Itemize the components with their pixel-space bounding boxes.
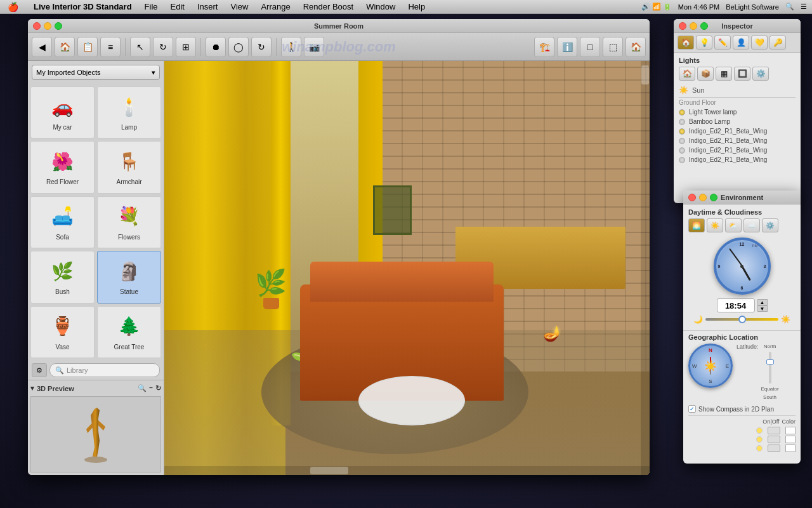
- rotate-tool[interactable]: ↻: [153, 37, 173, 57]
- light-item-3[interactable]: Indigo_Ed2_R1_Beta_Wing: [679, 136, 796, 145]
- light-item-0[interactable]: Light Tower lamp: [679, 107, 796, 117]
- light-type-btn-3[interactable]: ▦: [716, 67, 732, 81]
- object-item-red-flower[interactable]: 🌺 Red Flower: [30, 141, 95, 193]
- light-toggle-1[interactable]: [768, 427, 780, 434]
- light-type-btn-5[interactable]: ⚙️: [752, 67, 769, 81]
- show-compass-checkbox[interactable]: ✓: [688, 405, 696, 413]
- wall-frame: [373, 185, 412, 235]
- info-btn[interactable]: ℹ️: [557, 37, 577, 57]
- compass[interactable]: N S E W ☀️: [688, 344, 733, 388]
- light-item-2[interactable]: Indigo_Ed2_R1_Beta_Wing: [679, 126, 796, 136]
- maximize-button[interactable]: [55, 22, 62, 30]
- inspector-close-button[interactable]: [679, 22, 686, 30]
- zoom-out-icon[interactable]: −: [149, 384, 153, 392]
- preview-header[interactable]: ▾ 3D Preview 🔍 − ↻: [30, 383, 161, 394]
- time-increment-button[interactable]: ▲: [757, 299, 768, 305]
- snap-tool[interactable]: ⊞: [176, 37, 196, 57]
- env-close-button[interactable]: [688, 194, 696, 201]
- env-btn-cloud[interactable]: ⛅: [725, 218, 742, 232]
- env-minimize-button[interactable]: [699, 194, 707, 201]
- inspector-btn-2[interactable]: 💡: [696, 36, 712, 50]
- light-item-1[interactable]: Bamboo Lamp: [679, 117, 796, 126]
- light-toggle-2[interactable]: [768, 436, 780, 443]
- inspector-btn-4[interactable]: 👤: [733, 36, 749, 50]
- light-item-4[interactable]: Indigo_Ed2_R1_Beta_Wing: [679, 145, 796, 155]
- render-boost-menu[interactable]: Render Boost: [301, 2, 357, 11]
- edit-menu[interactable]: Edit: [168, 2, 187, 11]
- search-field[interactable]: 🔍 Library: [49, 363, 160, 377]
- select-tool[interactable]: ↖: [130, 37, 150, 57]
- light-color-swatch-1[interactable]: [785, 427, 796, 434]
- brightness-slider-track[interactable]: [705, 318, 778, 321]
- house-btn[interactable]: 🏠: [625, 37, 646, 57]
- light-type-btn-4[interactable]: 🔲: [734, 67, 750, 81]
- light-color-swatch-3[interactable]: [785, 444, 796, 452]
- scrollbar-thumb[interactable]: [641, 65, 649, 84]
- zoom-in-icon[interactable]: 🔍: [138, 384, 147, 392]
- view-menu[interactable]: View: [228, 2, 251, 11]
- objects-dropdown[interactable]: My Imported Objects ▾: [32, 65, 160, 80]
- light-item-5[interactable]: Indigo_Ed2_R1_Beta_Wing: [679, 155, 796, 164]
- hscrollbar-thumb[interactable]: [310, 467, 348, 474]
- object-item-bush[interactable]: 🌿 Bush: [30, 251, 95, 303]
- object-item-lamp[interactable]: 🕯️ Lamp: [97, 86, 161, 138]
- help-menu[interactable]: Help: [405, 2, 428, 11]
- minimize-button[interactable]: [44, 22, 51, 30]
- rotate-btn[interactable]: ↻: [251, 37, 272, 57]
- camera-btn[interactable]: 📷: [304, 37, 324, 57]
- inspector-btn-5[interactable]: 💛: [751, 36, 768, 50]
- viewport-scrollbar[interactable]: [641, 61, 650, 475]
- viewport-hscrollbar[interactable]: [164, 466, 650, 475]
- person-btn[interactable]: 🚶: [281, 37, 301, 57]
- object-item-my-car[interactable]: 🚗 My car: [30, 86, 95, 138]
- room-view-btn[interactable]: 🏠: [55, 37, 75, 57]
- object-thumb-my-car: 🚗: [44, 91, 82, 123]
- apple-menu[interactable]: 🍎: [5, 2, 21, 12]
- inspector-minimize-button[interactable]: [690, 22, 697, 30]
- inspector-btn-1[interactable]: 🏠: [678, 36, 694, 50]
- view-3d-btn[interactable]: ⬚: [603, 37, 623, 57]
- arrange-menu[interactable]: Arrange: [258, 2, 292, 11]
- time-decrement-button[interactable]: ▼: [757, 305, 768, 312]
- latitude-thumb[interactable]: [766, 359, 774, 364]
- object-item-flowers[interactable]: 💐 Flowers: [97, 196, 161, 248]
- geographic-label: Geographic Location: [688, 333, 796, 341]
- light-color-swatch-2[interactable]: [785, 436, 796, 443]
- object-item-sofa[interactable]: 🛋️ Sofa: [30, 196, 95, 248]
- settings-button[interactable]: ⚙: [32, 363, 47, 377]
- light-toggle-3[interactable]: [768, 444, 780, 452]
- env-btn-day[interactable]: ☀️: [707, 218, 723, 232]
- window-menu[interactable]: Window: [363, 2, 398, 11]
- back-button[interactable]: ◀: [32, 37, 52, 57]
- env-btn-settings[interactable]: ⚙️: [762, 218, 778, 232]
- floor-view-btn[interactable]: 📋: [77, 37, 98, 57]
- env-btn-clouds[interactable]: ☁️: [743, 218, 760, 232]
- env-maximize-button[interactable]: [710, 194, 717, 201]
- light-type-btn-1[interactable]: 🏠: [679, 67, 695, 81]
- record-btn[interactable]: ⏺: [206, 37, 226, 57]
- latitude-track[interactable]: [769, 352, 771, 384]
- 3d-toolbar-btn[interactable]: 🏗️: [534, 37, 554, 57]
- view-2d-btn[interactable]: □: [580, 37, 600, 57]
- inspector-maximize-button[interactable]: [700, 22, 708, 30]
- close-button[interactable]: [33, 22, 41, 30]
- object-item-armchair[interactable]: 🪑 Armchair: [97, 141, 161, 193]
- object-item-statue[interactable]: 🗿 Statue: [97, 251, 161, 303]
- time-input[interactable]: 18:54: [717, 298, 755, 312]
- list-view-btn[interactable]: ≡: [100, 37, 121, 57]
- viewport-3d[interactable]: 🌿 🌱 🪔: [164, 61, 650, 475]
- object-item-vase[interactable]: 🏺 Vase: [30, 306, 95, 358]
- light-type-btn-2[interactable]: 📦: [697, 67, 714, 81]
- menu-extra-icon[interactable]: ☰: [801, 3, 807, 11]
- search-icon[interactable]: 🔍: [785, 3, 794, 11]
- env-btn-sunrise[interactable]: 🌅: [688, 218, 705, 232]
- insert-menu[interactable]: Insert: [195, 2, 221, 11]
- inspector-btn-3[interactable]: ✏️: [714, 36, 731, 50]
- brightness-slider-thumb[interactable]: [738, 316, 746, 323]
- app-name-menu[interactable]: Live Interior 3D Standard: [31, 2, 134, 11]
- inspector-btn-6[interactable]: 🔑: [769, 36, 786, 50]
- object-item-great-tree[interactable]: 🌲 Great Tree: [97, 306, 161, 358]
- circle-btn[interactable]: ◯: [228, 37, 249, 57]
- zoom-reset-icon[interactable]: ↻: [155, 384, 161, 392]
- file-menu[interactable]: File: [142, 2, 160, 11]
